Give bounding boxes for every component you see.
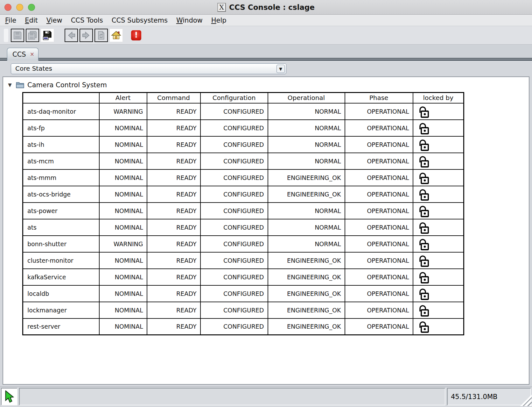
cell-subsystem-name[interactable]: ats-mmm [23, 169, 99, 186]
cell-command[interactable]: READY [147, 318, 200, 335]
tree-expander-icon[interactable]: ▼ [7, 82, 13, 88]
cell-phase[interactable]: OPERATIONAL [345, 186, 413, 203]
cell-phase[interactable]: OPERATIONAL [345, 318, 413, 335]
unlocked-padlock-icon[interactable] [418, 220, 430, 234]
cell-phase[interactable]: OPERATIONAL [345, 269, 413, 285]
tab-close-icon[interactable]: × [30, 52, 34, 57]
cell-alert[interactable]: NOMINAL [99, 318, 147, 335]
cell-configuration[interactable]: CONFIGURED [200, 269, 268, 285]
cell-subsystem-name[interactable]: ats-fp [23, 120, 99, 136]
cell-alert[interactable]: WARNING [99, 103, 147, 120]
cell-subsystem-name[interactable]: ats-mcm [23, 153, 99, 169]
unlocked-padlock-icon[interactable] [418, 204, 430, 218]
cell-phase[interactable]: OPERATIONAL [345, 219, 413, 236]
cell-locked-by[interactable] [413, 203, 464, 219]
cell-configuration[interactable]: CONFIGURED [200, 120, 268, 136]
cell-operational[interactable]: NORMAL [268, 136, 345, 153]
cell-configuration[interactable]: CONFIGURED [200, 169, 268, 186]
cell-configuration[interactable]: CONFIGURED [200, 318, 268, 335]
unlocked-padlock-icon[interactable] [418, 237, 430, 251]
menu-help[interactable]: Help [211, 17, 227, 24]
cell-command[interactable]: READY [147, 186, 200, 203]
chevron-down-icon[interactable]: ▼ [276, 65, 285, 73]
cell-phase[interactable]: OPERATIONAL [345, 169, 413, 186]
alert-button[interactable]: ! [130, 29, 143, 42]
cell-locked-by[interactable] [413, 120, 464, 136]
cell-subsystem-name[interactable]: ats-ocs-bridge [23, 186, 99, 203]
cell-operational[interactable]: ENGINEERING_OK [268, 318, 345, 335]
cell-operational[interactable]: NORMAL [268, 219, 345, 236]
cell-configuration[interactable]: CONFIGURED [200, 186, 268, 203]
unlocked-padlock-icon[interactable] [418, 154, 430, 168]
cell-alert[interactable]: NOMINAL [99, 302, 147, 318]
cell-subsystem-name[interactable]: ats-ih [23, 136, 99, 153]
cell-operational[interactable]: ENGINEERING_OK [268, 169, 345, 186]
cell-configuration[interactable]: CONFIGURED [200, 203, 268, 219]
cell-configuration[interactable]: CONFIGURED [200, 153, 268, 169]
tree-node-camera-control-system[interactable]: ▼ Camera Control System [3, 77, 529, 89]
cell-command[interactable]: READY [147, 236, 200, 252]
menu-edit[interactable]: Edit [25, 17, 38, 24]
cell-locked-by[interactable] [413, 318, 464, 335]
cell-configuration[interactable]: CONFIGURED [200, 136, 268, 153]
cell-alert[interactable]: NOMINAL [99, 153, 147, 169]
cell-alert[interactable]: NOMINAL [99, 136, 147, 153]
cell-operational[interactable]: ENGINEERING_OK [268, 186, 345, 203]
cell-phase[interactable]: OPERATIONAL [345, 103, 413, 120]
tab-ccs[interactable]: CCS × [7, 48, 38, 61]
cell-command[interactable]: READY [147, 302, 200, 318]
cell-phase[interactable]: OPERATIONAL [345, 153, 413, 169]
unlocked-padlock-icon[interactable] [418, 253, 430, 268]
home-button[interactable] [109, 29, 123, 42]
unlocked-padlock-icon[interactable] [418, 270, 430, 284]
unlocked-padlock-icon[interactable] [418, 138, 430, 152]
cell-operational[interactable]: ENGINEERING_OK [268, 285, 345, 302]
cell-alert[interactable]: NOMINAL [99, 169, 147, 186]
view-selector[interactable]: Core States ▼ [11, 63, 286, 74]
unlocked-padlock-icon[interactable] [418, 171, 430, 185]
cell-operational[interactable]: ENGINEERING_OK [268, 252, 345, 269]
cell-subsystem-name[interactable]: bonn-shutter [23, 236, 99, 252]
cell-locked-by[interactable] [413, 252, 464, 269]
cell-subsystem-name[interactable]: cluster-monitor [23, 252, 99, 269]
menu-ccs-subsystems[interactable]: CCS Subsystems [112, 17, 168, 24]
cell-command[interactable]: READY [147, 203, 200, 219]
cell-configuration[interactable]: CONFIGURED [200, 103, 268, 120]
unlocked-padlock-icon[interactable] [418, 121, 430, 135]
cell-phase[interactable]: OPERATIONAL [345, 203, 413, 219]
cell-alert[interactable]: NOMINAL [99, 285, 147, 302]
cell-alert[interactable]: NOMINAL [99, 219, 147, 236]
cell-operational[interactable]: NORMAL [268, 120, 345, 136]
cell-subsystem-name[interactable]: rest-server [23, 318, 99, 335]
menu-view[interactable]: View [46, 17, 62, 24]
cell-operational[interactable]: NORMAL [268, 203, 345, 219]
save-as-button[interactable] [41, 29, 54, 42]
cell-command[interactable]: READY [147, 169, 200, 186]
cell-alert[interactable]: NOMINAL [99, 120, 147, 136]
cell-alert[interactable]: NOMINAL [99, 203, 147, 219]
cell-alert[interactable]: NOMINAL [99, 269, 147, 285]
cell-locked-by[interactable] [413, 169, 464, 186]
cell-command[interactable]: READY [147, 120, 200, 136]
cell-alert[interactable]: WARNING [99, 236, 147, 252]
menu-file[interactable]: File [5, 17, 16, 24]
cell-locked-by[interactable] [413, 285, 464, 302]
cell-locked-by[interactable] [413, 136, 464, 153]
cell-command[interactable]: READY [147, 103, 200, 120]
cell-locked-by[interactable] [413, 103, 464, 120]
cell-command[interactable]: READY [147, 219, 200, 236]
unlocked-padlock-icon[interactable] [418, 187, 430, 201]
cell-configuration[interactable]: CONFIGURED [200, 219, 268, 236]
unlocked-padlock-icon[interactable] [418, 287, 430, 301]
cell-configuration[interactable]: CONFIGURED [200, 236, 268, 252]
unlocked-padlock-icon[interactable] [418, 104, 430, 118]
cell-command[interactable]: READY [147, 136, 200, 153]
cell-phase[interactable]: OPERATIONAL [345, 120, 413, 136]
cell-command[interactable]: READY [147, 269, 200, 285]
cell-alert[interactable]: NOMINAL [99, 252, 147, 269]
menu-window[interactable]: Window [176, 17, 203, 24]
cell-subsystem-name[interactable]: lockmanager [23, 302, 99, 318]
cell-phase[interactable]: OPERATIONAL [345, 302, 413, 318]
cell-operational[interactable]: ENGINEERING_OK [268, 302, 345, 318]
cell-phase[interactable]: OPERATIONAL [345, 136, 413, 153]
